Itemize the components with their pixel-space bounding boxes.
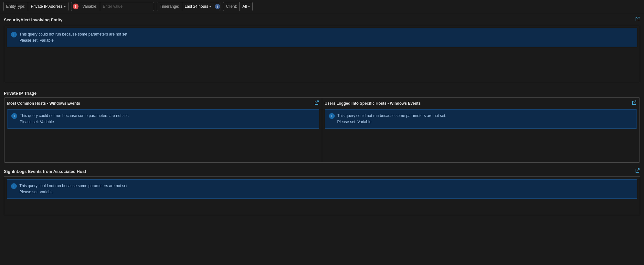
variable-warning-icon: ! (73, 4, 79, 9)
triage-wrapper: Most Common Hosts - Windows Events i Thi… (4, 97, 640, 163)
users-logged-info-text: This query could not run because some pa… (337, 113, 447, 125)
toolbar: EntityType: Private IP Address ▾ ! Varia… (0, 0, 644, 13)
most-common-hosts-info-text: This query could not run because some pa… (20, 113, 129, 125)
security-alert-title: SecurityAlert Involving Entity (4, 17, 62, 22)
security-alert-info-icon: i (11, 32, 17, 37)
entity-type-label: EntityType: (4, 2, 28, 11)
security-alert-link-icon[interactable] (635, 16, 640, 23)
signinlogs-info-icon: i (11, 183, 17, 189)
variable-label: Variable: (80, 2, 100, 11)
private-ip-triage-section: Private IP Triage Most Common Hosts - Wi… (4, 88, 640, 163)
most-common-hosts-link-icon[interactable] (314, 100, 319, 107)
variable-input[interactable] (100, 2, 154, 11)
entity-type-chevron-icon: ▾ (64, 5, 66, 8)
security-alert-info-text: This query could not run because some pa… (19, 31, 129, 44)
signinlogs-info-text: This query could not run because some pa… (19, 183, 129, 195)
client-label: Client: (223, 2, 240, 11)
users-logged-title: Users Logged Into Specific Hosts - Windo… (325, 101, 421, 106)
timerange-info-icon[interactable]: i (215, 4, 220, 9)
triage-two-col: Most Common Hosts - Windows Events i Thi… (4, 97, 640, 163)
client-value: All (242, 4, 247, 9)
signinlogs-body: i This query could not run because some … (4, 176, 640, 215)
signinlogs-info-box: i This query could not run because some … (7, 179, 637, 199)
main-content: SecurityAlert Involving Entity i This qu… (0, 13, 644, 224)
security-alert-section: SecurityAlert Involving Entity i This qu… (4, 16, 640, 83)
variable-group[interactable]: ! Variable: (71, 2, 154, 11)
security-alert-info-box: i This query could not run because some … (7, 28, 637, 47)
timerange-selector[interactable]: Last 24 hours ▾ (182, 2, 214, 11)
most-common-hosts-header: Most Common Hosts - Windows Events (7, 100, 319, 107)
timerange-value: Last 24 hours (185, 4, 208, 9)
users-logged-panel: Users Logged Into Specific Hosts - Windo… (322, 98, 640, 162)
signinlogs-title: SignInLogs Events from Associated Host (4, 169, 86, 174)
timerange-group[interactable]: Timerange: Last 24 hours ▾ i (157, 2, 220, 11)
users-logged-info-box: i This query could not run because some … (325, 109, 637, 129)
signinlogs-section: SignInLogs Events from Associated Host i… (4, 168, 640, 215)
signinlogs-link-icon[interactable] (635, 168, 640, 175)
users-logged-link-icon[interactable] (632, 100, 637, 107)
entity-type-group[interactable]: EntityType: Private IP Address ▾ (3, 2, 69, 11)
users-logged-header: Users Logged Into Specific Hosts - Windo… (325, 100, 637, 107)
signinlogs-header: SignInLogs Events from Associated Host (4, 168, 640, 175)
timerange-label: Timerange: (157, 2, 182, 11)
private-ip-triage-title: Private IP Triage (4, 88, 640, 97)
most-common-hosts-panel: Most Common Hosts - Windows Events i Thi… (5, 98, 322, 162)
users-logged-info-icon: i (329, 113, 335, 119)
client-chevron-icon: ▾ (248, 5, 250, 8)
entity-type-selector[interactable]: Private IP Address ▾ (28, 2, 68, 11)
client-group[interactable]: Client: All ▾ (223, 2, 252, 11)
timerange-chevron-icon: ▾ (209, 5, 211, 8)
most-common-hosts-info-box: i This query could not run because some … (7, 109, 319, 129)
most-common-hosts-title: Most Common Hosts - Windows Events (7, 101, 80, 106)
security-alert-header: SecurityAlert Involving Entity (4, 16, 640, 23)
security-alert-body: i This query could not run because some … (4, 25, 640, 83)
most-common-hosts-info-icon: i (11, 113, 17, 119)
client-selector[interactable]: All ▾ (240, 2, 252, 11)
entity-type-value: Private IP Address (31, 4, 63, 9)
